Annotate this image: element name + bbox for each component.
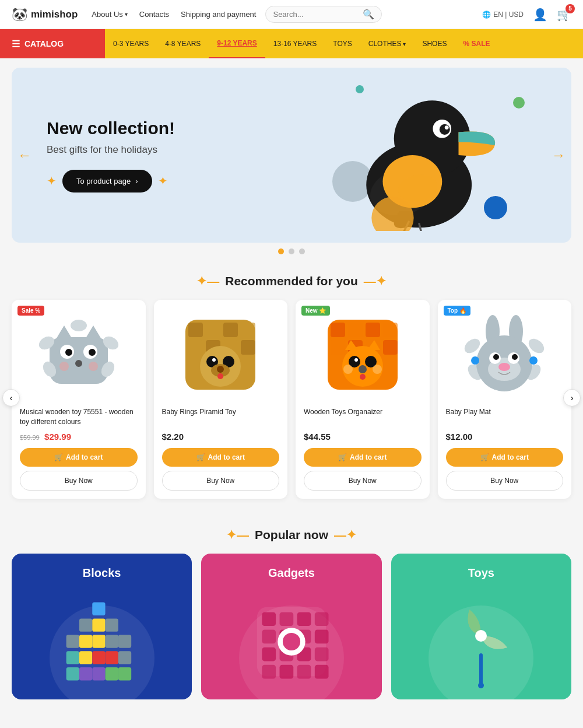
- add-cart-2-button[interactable]: 🛒 Add to cart: [162, 448, 280, 467]
- svg-point-21: [75, 360, 82, 367]
- catalog-nav: ☰ CATALOG 0-3 YEARS 4-8 YEARS 9-12 YEARS…: [0, 29, 583, 58]
- nav-about[interactable]: About Us ▾: [92, 10, 127, 19]
- popular-gadgets-card[interactable]: Gadgets: [201, 554, 381, 699]
- svg-point-110: [475, 630, 487, 642]
- product-1-name: Musical wooden toy 75551 - wooden toy di…: [20, 407, 138, 427]
- svg-rect-79: [105, 635, 118, 648]
- buy-now-4-button[interactable]: Buy Now: [446, 471, 564, 491]
- svg-point-69: [471, 356, 479, 365]
- blocks-illustration: [55, 583, 149, 699]
- svg-rect-74: [92, 618, 105, 631]
- svg-point-20: [89, 349, 96, 356]
- dot-2[interactable]: [289, 249, 294, 254]
- product-card-3: New ⭐: [296, 300, 430, 499]
- svg-rect-73: [79, 618, 92, 631]
- svg-rect-28: [241, 323, 255, 337]
- hero-next-button[interactable]: →: [552, 147, 566, 163]
- svg-rect-48: [383, 340, 398, 355]
- svg-rect-86: [66, 667, 79, 680]
- svg-point-70: [529, 356, 538, 365]
- svg-rect-95: [315, 612, 329, 626]
- cart-icon: 🛒: [338, 453, 347, 461]
- products-prev-arrow[interactable]: ‹: [2, 389, 20, 407]
- nav-9-12[interactable]: 9-12 YEARS: [209, 29, 265, 58]
- header-nav: About Us ▾ Contacts Shipping and payment: [92, 10, 256, 19]
- product-2-price: $2.20: [162, 432, 280, 442]
- hero-content: New collection! Best gifts for the holid…: [12, 95, 210, 216]
- svg-point-68: [512, 354, 518, 360]
- add-cart-4-button[interactable]: 🛒 Add to cart: [446, 448, 564, 467]
- popular-grid: Blocks: [12, 554, 571, 699]
- nav-shipping[interactable]: Shipping and payment: [181, 10, 256, 19]
- svg-rect-32: [241, 340, 255, 355]
- logo[interactable]: 🐼 mimishop: [12, 7, 78, 22]
- hero-title: New collection!: [47, 118, 175, 138]
- nav-shoes[interactable]: SHOES: [414, 29, 455, 58]
- nav-toys[interactable]: TOYS: [325, 29, 360, 58]
- buy-now-3-button[interactable]: Buy Now: [304, 471, 422, 491]
- hero-prev-button[interactable]: ←: [17, 147, 31, 163]
- svg-rect-29: [188, 340, 203, 355]
- svg-rect-75: [105, 618, 118, 631]
- nav-0-3[interactable]: 0-3 YEARS: [105, 29, 157, 58]
- svg-rect-103: [315, 647, 329, 661]
- svg-point-19: [65, 349, 72, 356]
- svg-point-52: [354, 358, 358, 362]
- popular-blocks-card[interactable]: Blocks: [12, 554, 192, 699]
- gadgets-illustration: [251, 583, 332, 699]
- chevron-down-icon: ▾: [125, 11, 128, 18]
- gadgets-card-title: Gadgets: [268, 566, 315, 580]
- nav-clothes[interactable]: CLOTHES ▾: [360, 29, 415, 58]
- product-2-image: [162, 308, 280, 401]
- sparkle-left-icon: ✦: [47, 174, 57, 188]
- svg-rect-85: [118, 651, 131, 664]
- header-icons: 🌐 EN | USD 👤 🛒 5: [482, 8, 571, 22]
- account-icon[interactable]: 👤: [533, 8, 547, 22]
- dot-1[interactable]: [278, 249, 284, 254]
- popular-section: ✦— Popular now —✦ Blocks: [0, 510, 583, 717]
- nav-sale[interactable]: % SALE: [455, 29, 498, 58]
- product-3-price: $44.55: [304, 432, 422, 442]
- svg-rect-26: [206, 323, 220, 337]
- buy-now-2-button[interactable]: Buy Now: [162, 471, 280, 491]
- svg-rect-83: [92, 651, 105, 664]
- cart-icon[interactable]: 🛒 5: [557, 8, 571, 22]
- lang-selector[interactable]: 🌐 EN | USD: [482, 10, 524, 19]
- products-next-arrow[interactable]: ›: [563, 389, 581, 407]
- svg-point-38: [217, 366, 224, 373]
- svg-rect-84: [105, 651, 118, 664]
- blocks-card-title: Blocks: [83, 566, 121, 580]
- svg-rect-80: [118, 635, 131, 648]
- add-cart-3-button[interactable]: 🛒 Add to cart: [304, 448, 422, 467]
- product-card-2: Baby Rings Piramid Toy $2.20 🛒 Add to ca…: [154, 300, 288, 499]
- svg-point-71: [498, 363, 510, 371]
- sale-price: $29.99: [44, 432, 71, 442]
- nav-4-8[interactable]: 4-8 YEARS: [157, 29, 209, 58]
- hero-cta-button[interactable]: To product page ›: [62, 170, 152, 192]
- arrow-right-icon: ›: [135, 177, 138, 186]
- svg-point-4: [440, 124, 450, 135]
- product-1-price: $59.99 $29.99: [20, 432, 138, 442]
- search-input[interactable]: [273, 10, 359, 19]
- product-1-image: [20, 308, 138, 401]
- svg-point-55: [343, 365, 353, 374]
- svg-rect-43: [366, 323, 380, 337]
- add-cart-1-button[interactable]: 🛒 Add to cart: [20, 448, 138, 467]
- nav-13-16[interactable]: 13-16 YEARS: [265, 29, 325, 58]
- svg-rect-106: [297, 664, 311, 678]
- svg-rect-107: [315, 664, 329, 678]
- product-4-image: [446, 308, 564, 401]
- svg-rect-87: [79, 667, 92, 680]
- search-icon[interactable]: 🔍: [363, 9, 374, 20]
- popular-toys-card[interactable]: Toys: [391, 554, 571, 699]
- svg-rect-77: [79, 635, 92, 648]
- catalog-button[interactable]: ☰ CATALOG: [0, 29, 105, 58]
- svg-rect-92: [262, 612, 276, 626]
- buy-now-1-button[interactable]: Buy Now: [20, 471, 138, 491]
- popular-title: ✦— Popular now —✦: [12, 528, 571, 542]
- product-4-name: Baby Play Mat: [446, 407, 564, 427]
- svg-point-67: [493, 354, 499, 360]
- svg-rect-45: [331, 340, 345, 355]
- nav-contacts[interactable]: Contacts: [139, 10, 169, 19]
- dot-3[interactable]: [299, 249, 305, 254]
